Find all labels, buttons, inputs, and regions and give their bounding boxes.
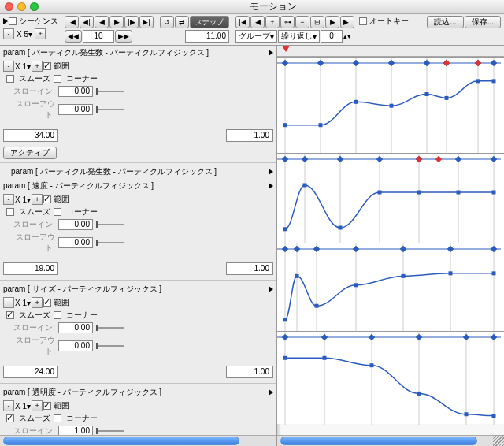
slowout-slider[interactable]: [96, 106, 124, 113]
zoom-minus-button[interactable]: -: [3, 194, 14, 205]
zoom-plus-button[interactable]: +: [32, 194, 43, 205]
repeat-dropdown[interactable]: 繰り返し ▾: [278, 30, 320, 43]
zoom-icon[interactable]: [30, 2, 39, 11]
one-input[interactable]: 1.00: [226, 366, 273, 378]
goto-start-button[interactable]: |◀: [65, 16, 79, 28]
kf-next-button[interactable]: ▶: [325, 16, 339, 28]
zoom-value[interactable]: X 1▾: [15, 299, 31, 307]
sequence-checkbox[interactable]: [9, 17, 17, 25]
smooth-checkbox[interactable]: [6, 311, 14, 319]
save-button[interactable]: 保存...: [465, 16, 501, 28]
slowin-slider[interactable]: [96, 428, 124, 434]
corner-checkbox[interactable]: [54, 311, 61, 319]
slowin-slider[interactable]: [96, 88, 124, 95]
range-checkbox[interactable]: [43, 299, 51, 307]
active-button[interactable]: アクティブ: [3, 147, 57, 159]
zoom-minus-button[interactable]: -: [3, 297, 14, 308]
frame-input[interactable]: 10: [83, 30, 114, 43]
slowout-input[interactable]: 0.00: [58, 104, 93, 115]
zoom-value[interactable]: X 1▾: [15, 195, 31, 204]
curve-graph-1[interactable]: [277, 153, 504, 243]
close-icon[interactable]: [5, 2, 13, 11]
slowout-slider[interactable]: [96, 343, 124, 349]
slowout-label: スローアウト:: [6, 98, 55, 121]
slowout-slider[interactable]: [96, 240, 124, 246]
zoom-plus-button[interactable]: +: [32, 400, 43, 411]
smooth-checkbox[interactable]: [6, 75, 14, 83]
autokey-checkbox[interactable]: [359, 17, 367, 25]
curve-graph-3[interactable]: [277, 331, 504, 424]
frame-fwd-button[interactable]: ▶▶: [115, 30, 132, 43]
step-fwd-button[interactable]: |▶: [124, 16, 139, 28]
corner-checkbox[interactable]: [54, 414, 61, 422]
group-dropdown[interactable]: グループ ▾: [235, 30, 277, 43]
disclosure-icon[interactable]: [269, 286, 273, 292]
slowin-slider[interactable]: [96, 325, 124, 331]
range-label: 範囲: [54, 61, 69, 72]
loop-button[interactable]: ↺: [160, 16, 174, 28]
minimize-icon[interactable]: [17, 2, 26, 11]
zoom-plus-button[interactable]: +: [32, 61, 43, 72]
zoom-plus-button[interactable]: +: [35, 28, 46, 39]
value-input[interactable]: 34.00: [3, 129, 58, 142]
play-back-button[interactable]: ◀: [94, 16, 109, 28]
resize-handle[interactable]: [493, 435, 504, 446]
svg-rect-25: [476, 79, 480, 83]
disclosure-icon[interactable]: [269, 183, 273, 189]
kf-del-button[interactable]: −: [295, 16, 309, 28]
zoom-plus-button[interactable]: +: [32, 297, 43, 308]
slowin-input[interactable]: 0.00: [58, 219, 93, 230]
disclosure-icon[interactable]: [3, 18, 8, 24]
goto-end-button[interactable]: ▶|: [139, 16, 154, 28]
disclosure-icon[interactable]: [269, 389, 273, 396]
disclosure-icon[interactable]: [269, 169, 273, 175]
zoom-minus-button[interactable]: -: [3, 400, 14, 411]
zoom-label[interactable]: X 5▾: [15, 30, 34, 39]
repeat-arrows[interactable]: ▴▾: [343, 32, 351, 40]
disclosure-icon[interactable]: [269, 50, 273, 56]
one-input[interactable]: 1.00: [226, 262, 273, 275]
kf-last-button[interactable]: ▶|: [340, 16, 354, 28]
range-checkbox[interactable]: [43, 402, 51, 410]
range-checkbox[interactable]: [43, 195, 51, 203]
slowin-input[interactable]: 0.00: [58, 322, 93, 333]
kf-prev-button[interactable]: ◀: [250, 16, 265, 28]
curve-graph-0[interactable]: [277, 57, 504, 153]
zoom-minus-button[interactable]: -: [3, 61, 14, 72]
svg-rect-62: [353, 246, 359, 252]
slowin-input[interactable]: 1.00: [58, 426, 93, 435]
smooth-checkbox[interactable]: [6, 414, 14, 422]
right-scrollbar[interactable]: [277, 435, 504, 446]
kf-key-button[interactable]: ⊶: [280, 16, 295, 28]
kf-add-button[interactable]: +: [265, 16, 280, 28]
timeline-ruler[interactable]: [277, 46, 504, 57]
play-button[interactable]: ▶: [109, 16, 124, 28]
slowin-input[interactable]: 0.00: [58, 86, 93, 97]
corner-checkbox[interactable]: [54, 208, 61, 216]
bounce-button[interactable]: ⇄: [175, 16, 189, 28]
repeat-value[interactable]: 0: [321, 30, 343, 43]
range-checkbox[interactable]: [43, 62, 51, 70]
smooth-checkbox[interactable]: [6, 208, 14, 216]
zoom-value[interactable]: X 1▾: [15, 62, 31, 71]
read-button[interactable]: 読込...: [427, 16, 463, 28]
value-input[interactable]: 24.00: [3, 366, 58, 378]
step-back-button[interactable]: ◀|: [80, 16, 94, 28]
slowin-slider[interactable]: [96, 221, 124, 228]
sub-param-label: param [ パーティクル発生数 - パーティクルフィジックス ]: [11, 166, 217, 177]
value-input[interactable]: 19.00: [3, 262, 58, 275]
corner-checkbox[interactable]: [54, 75, 61, 83]
frame-back-button[interactable]: ◀◀: [65, 30, 82, 43]
kf-split-button[interactable]: ⊟: [310, 16, 324, 28]
slowout-input[interactable]: 0.00: [58, 237, 93, 248]
slowout-input[interactable]: 0.00: [58, 340, 93, 351]
zoom-value[interactable]: X 1▾: [15, 402, 31, 411]
kf-first-button[interactable]: |◀: [235, 16, 250, 28]
left-scrollbar[interactable]: [0, 435, 276, 446]
playhead-icon[interactable]: [282, 46, 290, 52]
curve-graph-2[interactable]: [277, 243, 504, 331]
zoom-minus-button[interactable]: -: [3, 28, 14, 39]
svg-rect-20: [319, 123, 323, 127]
snap-button[interactable]: スナップ: [190, 16, 229, 28]
one-input[interactable]: 1.00: [226, 129, 273, 142]
